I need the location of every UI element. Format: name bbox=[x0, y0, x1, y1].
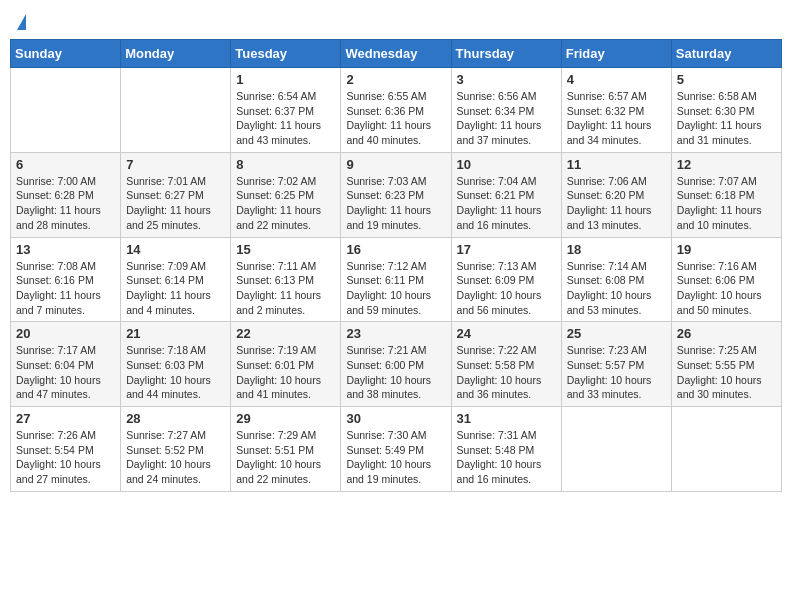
day-number: 12 bbox=[677, 157, 776, 172]
day-info: Sunrise: 7:02 AM Sunset: 6:25 PM Dayligh… bbox=[236, 174, 335, 233]
day-cell: 17Sunrise: 7:13 AM Sunset: 6:09 PM Dayli… bbox=[451, 237, 561, 322]
day-cell: 15Sunrise: 7:11 AM Sunset: 6:13 PM Dayli… bbox=[231, 237, 341, 322]
day-number: 23 bbox=[346, 326, 445, 341]
day-info: Sunrise: 7:21 AM Sunset: 6:00 PM Dayligh… bbox=[346, 343, 445, 402]
day-cell bbox=[11, 68, 121, 153]
day-number: 2 bbox=[346, 72, 445, 87]
day-number: 5 bbox=[677, 72, 776, 87]
day-cell: 4Sunrise: 6:57 AM Sunset: 6:32 PM Daylig… bbox=[561, 68, 671, 153]
day-cell: 6Sunrise: 7:00 AM Sunset: 6:28 PM Daylig… bbox=[11, 152, 121, 237]
day-cell: 26Sunrise: 7:25 AM Sunset: 5:55 PM Dayli… bbox=[671, 322, 781, 407]
week-row-1: 1Sunrise: 6:54 AM Sunset: 6:37 PM Daylig… bbox=[11, 68, 782, 153]
week-row-5: 27Sunrise: 7:26 AM Sunset: 5:54 PM Dayli… bbox=[11, 407, 782, 492]
day-info: Sunrise: 7:16 AM Sunset: 6:06 PM Dayligh… bbox=[677, 259, 776, 318]
day-info: Sunrise: 7:07 AM Sunset: 6:18 PM Dayligh… bbox=[677, 174, 776, 233]
day-cell: 2Sunrise: 6:55 AM Sunset: 6:36 PM Daylig… bbox=[341, 68, 451, 153]
day-cell: 22Sunrise: 7:19 AM Sunset: 6:01 PM Dayli… bbox=[231, 322, 341, 407]
day-info: Sunrise: 7:08 AM Sunset: 6:16 PM Dayligh… bbox=[16, 259, 115, 318]
logo-triangle-icon bbox=[17, 14, 26, 30]
day-cell: 21Sunrise: 7:18 AM Sunset: 6:03 PM Dayli… bbox=[121, 322, 231, 407]
day-cell: 20Sunrise: 7:17 AM Sunset: 6:04 PM Dayli… bbox=[11, 322, 121, 407]
day-info: Sunrise: 7:30 AM Sunset: 5:49 PM Dayligh… bbox=[346, 428, 445, 487]
day-cell: 8Sunrise: 7:02 AM Sunset: 6:25 PM Daylig… bbox=[231, 152, 341, 237]
header bbox=[10, 10, 782, 31]
day-cell: 25Sunrise: 7:23 AM Sunset: 5:57 PM Dayli… bbox=[561, 322, 671, 407]
weekday-header-tuesday: Tuesday bbox=[231, 40, 341, 68]
weekday-header-thursday: Thursday bbox=[451, 40, 561, 68]
day-number: 31 bbox=[457, 411, 556, 426]
day-info: Sunrise: 6:54 AM Sunset: 6:37 PM Dayligh… bbox=[236, 89, 335, 148]
day-number: 25 bbox=[567, 326, 666, 341]
day-number: 9 bbox=[346, 157, 445, 172]
day-cell: 3Sunrise: 6:56 AM Sunset: 6:34 PM Daylig… bbox=[451, 68, 561, 153]
day-cell: 28Sunrise: 7:27 AM Sunset: 5:52 PM Dayli… bbox=[121, 407, 231, 492]
weekday-header-wednesday: Wednesday bbox=[341, 40, 451, 68]
day-number: 7 bbox=[126, 157, 225, 172]
day-cell: 29Sunrise: 7:29 AM Sunset: 5:51 PM Dayli… bbox=[231, 407, 341, 492]
day-info: Sunrise: 6:58 AM Sunset: 6:30 PM Dayligh… bbox=[677, 89, 776, 148]
day-info: Sunrise: 7:13 AM Sunset: 6:09 PM Dayligh… bbox=[457, 259, 556, 318]
day-cell: 10Sunrise: 7:04 AM Sunset: 6:21 PM Dayli… bbox=[451, 152, 561, 237]
day-cell: 1Sunrise: 6:54 AM Sunset: 6:37 PM Daylig… bbox=[231, 68, 341, 153]
day-number: 20 bbox=[16, 326, 115, 341]
day-number: 22 bbox=[236, 326, 335, 341]
day-number: 13 bbox=[16, 242, 115, 257]
day-number: 8 bbox=[236, 157, 335, 172]
day-cell: 5Sunrise: 6:58 AM Sunset: 6:30 PM Daylig… bbox=[671, 68, 781, 153]
day-number: 6 bbox=[16, 157, 115, 172]
day-cell: 19Sunrise: 7:16 AM Sunset: 6:06 PM Dayli… bbox=[671, 237, 781, 322]
day-cell: 11Sunrise: 7:06 AM Sunset: 6:20 PM Dayli… bbox=[561, 152, 671, 237]
week-row-3: 13Sunrise: 7:08 AM Sunset: 6:16 PM Dayli… bbox=[11, 237, 782, 322]
day-number: 27 bbox=[16, 411, 115, 426]
day-number: 16 bbox=[346, 242, 445, 257]
day-cell: 13Sunrise: 7:08 AM Sunset: 6:16 PM Dayli… bbox=[11, 237, 121, 322]
day-number: 19 bbox=[677, 242, 776, 257]
day-info: Sunrise: 7:12 AM Sunset: 6:11 PM Dayligh… bbox=[346, 259, 445, 318]
day-cell: 12Sunrise: 7:07 AM Sunset: 6:18 PM Dayli… bbox=[671, 152, 781, 237]
week-row-2: 6Sunrise: 7:00 AM Sunset: 6:28 PM Daylig… bbox=[11, 152, 782, 237]
day-cell: 7Sunrise: 7:01 AM Sunset: 6:27 PM Daylig… bbox=[121, 152, 231, 237]
day-number: 28 bbox=[126, 411, 225, 426]
week-row-4: 20Sunrise: 7:17 AM Sunset: 6:04 PM Dayli… bbox=[11, 322, 782, 407]
day-number: 29 bbox=[236, 411, 335, 426]
day-info: Sunrise: 7:29 AM Sunset: 5:51 PM Dayligh… bbox=[236, 428, 335, 487]
day-info: Sunrise: 6:57 AM Sunset: 6:32 PM Dayligh… bbox=[567, 89, 666, 148]
day-number: 21 bbox=[126, 326, 225, 341]
day-info: Sunrise: 7:09 AM Sunset: 6:14 PM Dayligh… bbox=[126, 259, 225, 318]
weekday-header-monday: Monday bbox=[121, 40, 231, 68]
day-info: Sunrise: 7:31 AM Sunset: 5:48 PM Dayligh… bbox=[457, 428, 556, 487]
day-number: 24 bbox=[457, 326, 556, 341]
day-info: Sunrise: 6:55 AM Sunset: 6:36 PM Dayligh… bbox=[346, 89, 445, 148]
weekday-header-friday: Friday bbox=[561, 40, 671, 68]
weekday-header-saturday: Saturday bbox=[671, 40, 781, 68]
day-cell: 24Sunrise: 7:22 AM Sunset: 5:58 PM Dayli… bbox=[451, 322, 561, 407]
day-info: Sunrise: 7:14 AM Sunset: 6:08 PM Dayligh… bbox=[567, 259, 666, 318]
day-number: 11 bbox=[567, 157, 666, 172]
day-info: Sunrise: 7:19 AM Sunset: 6:01 PM Dayligh… bbox=[236, 343, 335, 402]
day-info: Sunrise: 7:27 AM Sunset: 5:52 PM Dayligh… bbox=[126, 428, 225, 487]
calendar-table: SundayMondayTuesdayWednesdayThursdayFrid… bbox=[10, 39, 782, 492]
day-number: 17 bbox=[457, 242, 556, 257]
day-number: 10 bbox=[457, 157, 556, 172]
weekday-header-sunday: Sunday bbox=[11, 40, 121, 68]
day-cell: 30Sunrise: 7:30 AM Sunset: 5:49 PM Dayli… bbox=[341, 407, 451, 492]
day-number: 30 bbox=[346, 411, 445, 426]
day-info: Sunrise: 7:25 AM Sunset: 5:55 PM Dayligh… bbox=[677, 343, 776, 402]
day-cell: 14Sunrise: 7:09 AM Sunset: 6:14 PM Dayli… bbox=[121, 237, 231, 322]
day-cell: 23Sunrise: 7:21 AM Sunset: 6:00 PM Dayli… bbox=[341, 322, 451, 407]
day-number: 15 bbox=[236, 242, 335, 257]
day-cell bbox=[561, 407, 671, 492]
day-number: 14 bbox=[126, 242, 225, 257]
day-info: Sunrise: 7:00 AM Sunset: 6:28 PM Dayligh… bbox=[16, 174, 115, 233]
day-info: Sunrise: 7:23 AM Sunset: 5:57 PM Dayligh… bbox=[567, 343, 666, 402]
day-cell: 16Sunrise: 7:12 AM Sunset: 6:11 PM Dayli… bbox=[341, 237, 451, 322]
day-number: 26 bbox=[677, 326, 776, 341]
weekday-header-row: SundayMondayTuesdayWednesdayThursdayFrid… bbox=[11, 40, 782, 68]
day-cell: 18Sunrise: 7:14 AM Sunset: 6:08 PM Dayli… bbox=[561, 237, 671, 322]
day-number: 1 bbox=[236, 72, 335, 87]
day-info: Sunrise: 7:11 AM Sunset: 6:13 PM Dayligh… bbox=[236, 259, 335, 318]
day-cell: 31Sunrise: 7:31 AM Sunset: 5:48 PM Dayli… bbox=[451, 407, 561, 492]
day-info: Sunrise: 7:04 AM Sunset: 6:21 PM Dayligh… bbox=[457, 174, 556, 233]
day-info: Sunrise: 7:01 AM Sunset: 6:27 PM Dayligh… bbox=[126, 174, 225, 233]
day-cell: 27Sunrise: 7:26 AM Sunset: 5:54 PM Dayli… bbox=[11, 407, 121, 492]
